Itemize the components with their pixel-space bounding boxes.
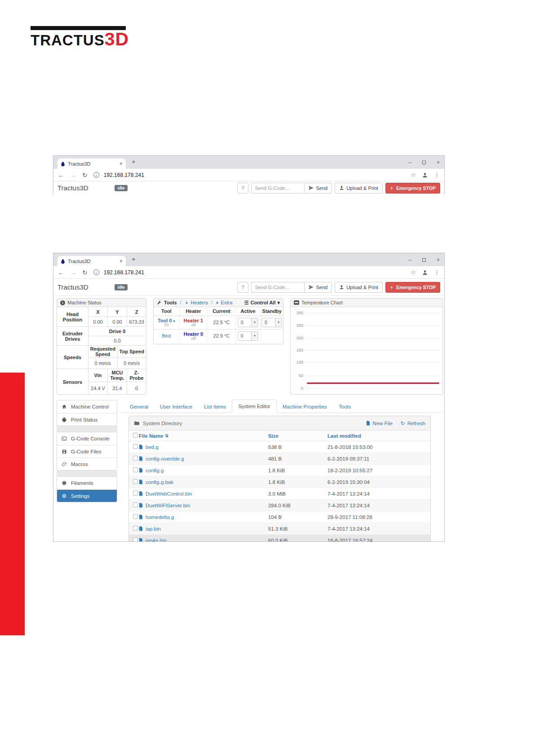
browser-menu-icon[interactable]: ⋮ [434,269,440,276]
row-checkbox[interactable] [133,444,138,449]
system-directory-header: System Directory New File ↻ Refresh [129,416,430,431]
row-checkbox[interactable] [133,467,138,472]
tab-tools[interactable]: Tools [333,400,357,413]
column-size[interactable]: Size [268,433,327,439]
browser-tab[interactable]: Tractus3D × [57,158,126,169]
new-file-button[interactable]: New File [366,420,393,426]
tab-close-icon[interactable]: × [119,161,123,167]
reload-icon[interactable]: ↻ [82,269,88,276]
send-button[interactable]: Send [304,183,332,193]
file-link[interactable]: DuetWebControl.bin [146,491,192,497]
extra-link[interactable]: Extra [221,300,233,305]
help-button[interactable]: ? [237,282,248,293]
bookmark-star-icon[interactable]: ☆ [411,269,416,276]
back-icon[interactable]: ← [58,171,64,179]
file-link[interactable]: homedelta.g [146,514,174,520]
heater1-link[interactable]: Heater 1 [180,318,207,323]
sidebar-item-gcode-console[interactable]: G-Code Console [57,432,117,445]
bed-active-input[interactable]: 0 ▾ [238,331,258,341]
caret-down-icon[interactable]: ▾ [251,332,258,340]
forward-icon[interactable]: → [70,171,76,179]
browser-menu-icon[interactable]: ⋮ [434,171,440,178]
tab-general[interactable]: General [124,400,154,413]
forward-icon[interactable]: → [70,269,76,276]
tool0-dropdown[interactable]: Tool 0 ▾ [158,318,175,323]
gcode-input[interactable] [251,183,304,193]
file-modified: 6-2-2019 09:37:11 [327,456,430,462]
row-checkbox[interactable] [133,479,138,484]
file-link[interactable]: iap.bin [146,526,161,532]
address-url[interactable]: 192.168.178.241 [104,172,144,178]
sidebar-item-macros[interactable]: Macros [57,457,117,470]
back-icon[interactable]: ← [58,269,64,276]
emergency-stop-button[interactable]: Emergency STOP [385,282,440,293]
reload-icon[interactable]: ↻ [82,171,88,179]
address-url[interactable]: 192.168.178.241 [104,269,144,276]
site-info-icon[interactable]: i [93,269,99,275]
row-checkbox[interactable] [133,526,138,531]
refresh-button[interactable]: ↻ Refresh [401,420,425,426]
new-tab-button[interactable]: + [132,255,136,263]
tab-system-editor[interactable]: System Editor [232,400,277,413]
column-file-name[interactable]: File Name [139,433,163,439]
row-checkbox[interactable] [133,502,138,507]
file-modified: 21-8-2018 15:53:00 [327,444,430,450]
tab-user-interface[interactable]: User Interface [154,400,198,413]
sidebar-item-print-status[interactable]: Print Status [57,413,117,426]
help-button[interactable]: ? [237,183,248,193]
tool0-active-input[interactable]: 0 ▾ [238,318,258,327]
tab-machine-properties[interactable]: Machine Properties [277,400,333,413]
new-tab-button[interactable]: + [132,158,136,165]
sidebar-item-machine-control[interactable]: Machine Control [57,400,117,413]
row-checkbox[interactable] [133,537,138,542]
sidebar-group-gcode: G-Code Console G-Code Files Macros [57,432,117,470]
site-info-icon[interactable]: i [93,172,99,178]
row-checkbox[interactable] [133,514,138,519]
caret-down-icon[interactable]: ▾ [275,318,282,327]
file-table-header: File Name ⇅ Size Last modified [129,431,430,441]
bed-link[interactable]: Bed [162,333,171,338]
upload-print-button[interactable]: Upload & Print [335,282,383,293]
tools-link[interactable]: Tools [164,300,177,305]
heater0-link[interactable]: Heater 0 [180,331,207,337]
sidebar-item-settings[interactable]: ⚙ Settings [57,489,117,502]
close-button[interactable]: × [437,159,440,166]
maximize-button[interactable] [422,258,426,262]
file-link[interactable]: config.g [146,468,164,473]
sidebar-item-label: G-Code Console [71,436,110,441]
gcode-input[interactable] [251,282,304,293]
upload-print-label: Upload & Print [346,185,378,191]
file-link[interactable]: bed.g [146,444,159,450]
emergency-stop-label: Emergency STOP [396,285,436,290]
tool0-standby-input[interactable]: 0 ▾ [261,318,282,327]
sidebar-item-filaments[interactable]: Filaments [57,477,117,489]
file-link[interactable]: config.g.bak [146,479,173,485]
emergency-stop-button[interactable]: Emergency STOP [385,183,440,193]
minimize-button[interactable]: – [408,159,411,166]
row-checkbox[interactable] [133,456,138,461]
heaters-link[interactable]: Heaters [191,300,208,305]
col-heater: Heater [179,307,208,316]
tab-list-items[interactable]: List Items [198,400,232,413]
sidebar-item-gcode-files[interactable]: G-Code Files [57,445,117,457]
file-link[interactable]: config-override.g [146,456,184,462]
bookmark-star-icon[interactable]: ☆ [411,171,416,178]
minimize-button[interactable]: – [408,257,411,263]
sort-icon[interactable]: ⇅ [165,434,168,438]
select-all-checkbox[interactable] [133,433,138,438]
maximize-button[interactable] [422,161,426,164]
tab-close-icon[interactable]: × [119,259,123,264]
profile-avatar-icon[interactable] [422,172,428,178]
caret-down-icon[interactable]: ▾ [251,318,258,327]
file-link[interactable]: iap4e.bin [146,538,167,542]
file-link[interactable]: DuetWiFiServer.bin [146,503,190,508]
row-checkbox[interactable] [133,491,138,496]
profile-avatar-icon[interactable] [422,269,428,276]
browser-tab[interactable]: Tractus3D × [57,256,126,266]
upload-print-button[interactable]: Upload & Print [335,183,383,193]
send-button[interactable]: Send [304,282,332,293]
file-modified: 28-9-2017 11:08:28 [327,514,430,520]
control-all-dropdown[interactable]: ☰ Control All ▾ [244,300,280,306]
column-last-modified[interactable]: Last modified [327,433,430,439]
close-button[interactable]: × [437,257,440,263]
